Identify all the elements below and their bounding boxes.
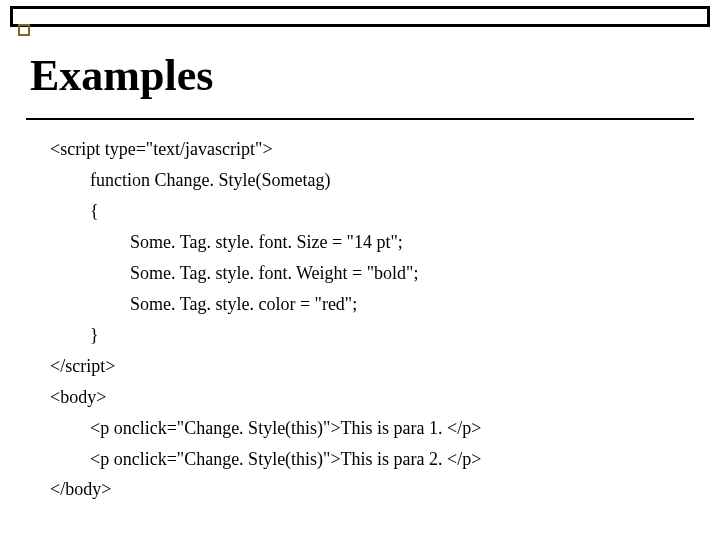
code-line: <p onclick="Change. Style(this)">This is… (50, 444, 690, 475)
code-line: function Change. Style(Sometag) (50, 165, 690, 196)
code-line: </body> (50, 474, 690, 505)
code-block: <script type="text/javascript"> function… (50, 134, 690, 505)
slide-top-border (10, 6, 710, 24)
code-line: <script type="text/javascript"> (50, 134, 690, 165)
code-line: <p onclick="Change. Style(this)">This is… (50, 413, 690, 444)
code-line: <body> (50, 382, 690, 413)
code-line: </script> (50, 351, 690, 382)
code-line: Some. Tag. style. color = "red"; (50, 289, 690, 320)
code-line: Some. Tag. style. font. Size = "14 pt"; (50, 227, 690, 258)
code-line: } (50, 320, 690, 351)
code-line: { (50, 196, 690, 227)
slide-title: Examples (30, 50, 213, 101)
code-line: Some. Tag. style. font. Weight = "bold"; (50, 258, 690, 289)
title-underline (26, 118, 694, 120)
decorative-square-icon (18, 24, 30, 36)
